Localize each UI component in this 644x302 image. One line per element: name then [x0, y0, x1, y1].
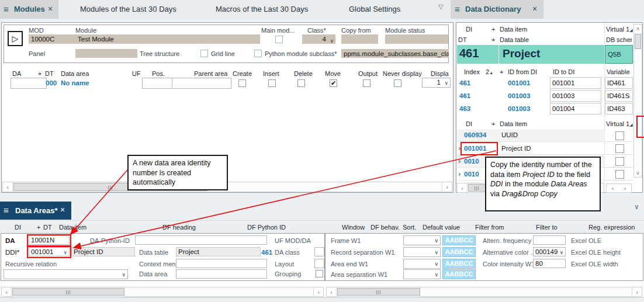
panel-field[interactable]	[75, 49, 137, 58]
da-python-id-field[interactable]	[135, 235, 267, 245]
collapse-chevron-icon[interactable]: ∨	[634, 203, 639, 211]
data-areas-hscrollbar-left[interactable]: ‹ ||| ›	[1, 287, 324, 297]
scrollbar-thumb[interactable]	[635, 34, 641, 49]
area-end-w1-color-field[interactable]: AABBCC	[442, 259, 476, 269]
plus-icon[interactable]: +	[37, 224, 40, 231]
pos-input[interactable]	[142, 78, 172, 89]
tab-global-settings[interactable]: Global Settings	[349, 5, 400, 13]
index-row-to[interactable]: 001001	[550, 77, 601, 89]
python-subclass-field[interactable]: ppms.module_subclasses.base_clas	[341, 49, 449, 58]
grouping-checkbox[interactable]	[316, 270, 323, 277]
output-checkbox[interactable]	[363, 79, 371, 87]
parent-area-input[interactable]	[172, 78, 231, 89]
data-area-name[interactable]: No name	[61, 79, 89, 86]
index-row-dt[interactable]: 461	[459, 79, 470, 86]
tab-modules[interactable]: ≡ Modules ×	[0, 0, 58, 19]
main-mod-checkbox[interactable]	[275, 36, 283, 43]
create-checkbox[interactable]	[238, 79, 246, 87]
index-row-from[interactable]: 001001	[508, 79, 530, 86]
item-di[interactable]: 060934	[464, 131, 486, 138]
scroll-down-button[interactable]: ∨	[634, 169, 642, 177]
scrollbar-thumb[interactable]: |||	[12, 288, 124, 296]
scroll-right-button[interactable]: ›	[632, 287, 642, 296]
da-input[interactable]	[11, 78, 47, 89]
color-intensity-w1-field[interactable]: 80	[533, 259, 566, 268]
hamburger-icon[interactable]: ≡	[455, 4, 460, 14]
plus-icon[interactable]: +	[491, 120, 495, 127]
hamburger-icon[interactable]: ≡	[4, 205, 9, 215]
scroll-left-button[interactable]: ‹	[2, 287, 12, 296]
virtual-hscrollbar[interactable]: ‹ ›	[606, 183, 632, 193]
close-icon[interactable]: ×	[532, 4, 537, 13]
scrollbar-thumb[interactable]: |||	[337, 288, 420, 296]
scroll-up-button[interactable]: ∧	[634, 25, 642, 33]
scroll-right-button[interactable]: ›	[619, 184, 631, 192]
close-icon[interactable]: ×	[48, 4, 53, 13]
never-display-checkbox[interactable]	[394, 79, 401, 87]
scroll-left-button[interactable]: ‹	[3, 182, 13, 192]
da-class-field[interactable]	[314, 247, 324, 256]
item-name[interactable]: UUID	[501, 131, 518, 138]
chevron-down-icon[interactable]: ▽	[438, 3, 443, 11]
hamburger-icon[interactable]: ≡	[4, 4, 9, 14]
copy-from-field[interactable]	[341, 34, 378, 44]
scroll-right-button[interactable]: ›	[313, 287, 323, 296]
index-row-variable[interactable]: ID461S	[605, 90, 633, 102]
area-end-w1-dropdown[interactable]: ∨	[403, 259, 441, 269]
scroll-left-button[interactable]: ‹	[327, 287, 337, 296]
item-di[interactable]: 0010	[464, 158, 479, 165]
item-name[interactable]: Project ID	[501, 145, 531, 152]
plus-icon[interactable]: +	[500, 68, 503, 75]
module-status-field[interactable]	[385, 34, 448, 44]
virtual-checkbox[interactable]	[615, 157, 624, 166]
index-row-dt[interactable]: 463	[459, 105, 470, 112]
class-dropdown[interactable]: 4 ∨	[302, 34, 335, 44]
record-separation-w1-color-field[interactable]: AABBCC	[442, 247, 476, 257]
layout-field[interactable]	[314, 259, 324, 268]
expander-icon[interactable]: ›	[458, 157, 461, 165]
data-area-field[interactable]	[176, 269, 267, 279]
index-row-dt[interactable]: 461	[459, 92, 470, 99]
index-row-to[interactable]: 001004	[550, 103, 601, 114]
display-dropdown[interactable]: 1 ∨	[422, 78, 451, 88]
tab-macros-last-30-days[interactable]: Macros of the Last 30 Days	[216, 5, 308, 13]
tab-modules-last-30-days[interactable]: Modules of the Last 30 Days	[80, 5, 176, 13]
grid-line-checkbox[interactable]	[200, 50, 208, 57]
selected-table-db-cell[interactable]: Q5B	[605, 45, 633, 64]
virtual-checkbox[interactable]	[615, 131, 624, 140]
item-di[interactable]: 0010	[464, 171, 479, 178]
delete-checkbox[interactable]	[297, 79, 305, 87]
area-separation-w1-dropdown[interactable]: ∨	[403, 269, 441, 279]
selected-table-dt-cell[interactable]: 461	[457, 45, 498, 64]
recursive-relation-dropdown[interactable]: ∨	[4, 269, 128, 279]
scroll-right-button[interactable]: ›	[442, 182, 452, 192]
dictionary-vscrollbar[interactable]: ∧ ∨	[633, 24, 642, 178]
dt-value[interactable]: 000	[46, 79, 57, 86]
index-row-to[interactable]: 001003	[550, 90, 601, 102]
data-areas-hscrollbar-right[interactable]: ‹ ||| ›	[326, 287, 642, 297]
python-subclass-checkbox[interactable]	[254, 50, 262, 57]
frame-w1-color-field[interactable]: AABBCC	[442, 235, 476, 245]
scroll-left-button[interactable]: ‹	[607, 184, 619, 192]
selected-table-name-cell[interactable]: Project	[499, 45, 604, 64]
run-module-button[interactable]: ▷	[8, 31, 23, 46]
index-row-variable[interactable]: ID461	[605, 77, 633, 89]
virtual-checkbox[interactable]	[615, 170, 624, 179]
move-checkbox[interactable]: ✔	[330, 79, 337, 87]
mod-field[interactable]: 10000C	[29, 34, 81, 44]
altern-frequency-field[interactable]	[533, 235, 566, 245]
insert-checkbox[interactable]	[268, 79, 276, 87]
expander-icon[interactable]: ›	[458, 170, 461, 178]
close-icon[interactable]: ×	[60, 205, 65, 214]
context-menu-field[interactable]	[176, 259, 267, 268]
index-row-from[interactable]: 001003	[508, 105, 530, 112]
frame-w1-dropdown[interactable]: ∨	[403, 235, 441, 245]
area-separation-w1-color-field[interactable]: AABBCC	[442, 269, 476, 279]
index-row-variable[interactable]: ID463	[605, 103, 633, 114]
index-row-from[interactable]: 001003	[508, 92, 530, 99]
data-areas-tab[interactable]: ≡ Data Areas* ×	[0, 202, 71, 220]
module-field[interactable]: Test Module	[75, 34, 260, 44]
record-separation-w1-dropdown[interactable]: ∨	[403, 247, 441, 257]
plus-icon[interactable]: +	[491, 26, 495, 33]
plus-icon[interactable]: +	[491, 36, 495, 43]
